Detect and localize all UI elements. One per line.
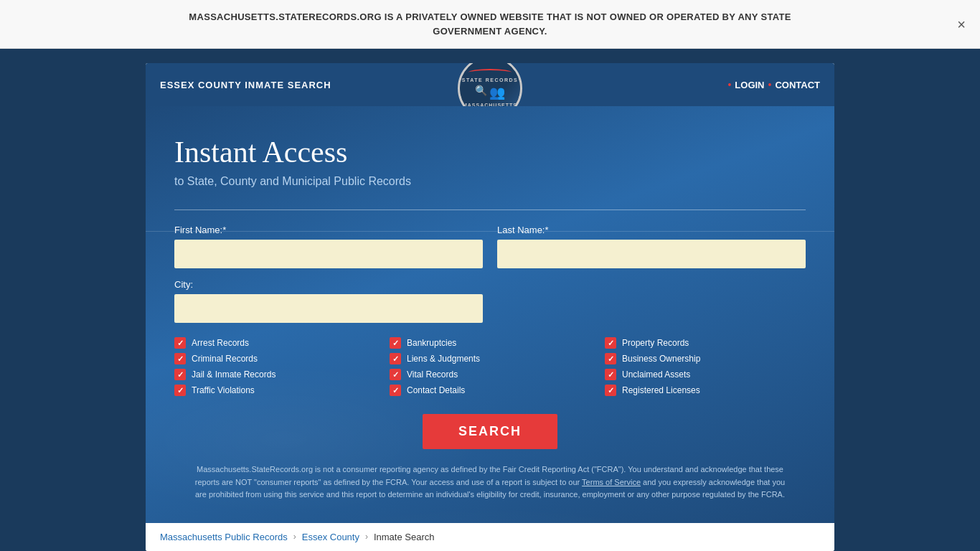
login-dot: •: [727, 79, 731, 90]
checkbox-label: Vital Records: [407, 369, 458, 380]
hero-section: Instant Access to State, County and Muni…: [146, 106, 834, 523]
close-button[interactable]: ×: [957, 16, 966, 32]
checkbox-col-1: Arrest Records Criminal Records Jail & I…: [174, 337, 375, 396]
checkbox-contact: Contact Details: [390, 385, 590, 396]
top-banner: MASSACHUSETTS.STATERECORDS.ORG IS A PRIV…: [0, 0, 980, 49]
breadcrumb-separator-1: ›: [293, 532, 296, 542]
checkbox-label: Registered Licenses: [622, 385, 700, 395]
check-icon: [174, 337, 186, 349]
checkbox-label: Traffic Violations: [192, 385, 255, 395]
checkbox-label: Bankruptcies: [407, 338, 456, 348]
header-title: ESSEX COUNTY INMATE SEARCH: [160, 80, 331, 90]
hero-title: Instant Access: [174, 135, 806, 169]
last-name-label: Last Name:*: [497, 225, 806, 235]
disclaimer: Massachusetts.StateRecords.org is not a …: [174, 463, 806, 501]
checkbox-criminal-records: Criminal Records: [174, 353, 375, 364]
people-icon: 👥: [489, 85, 505, 100]
search-icon: 🔍: [475, 85, 487, 100]
first-name-group: First Name:*: [174, 225, 483, 268]
breadcrumb-county-link[interactable]: Essex County: [302, 532, 359, 542]
checkbox-label: Jail & Inmate Records: [192, 369, 275, 380]
breadcrumb-current: Inmate Search: [374, 532, 435, 542]
contact-dot: •: [768, 79, 772, 90]
check-icon: [174, 369, 186, 380]
checkbox-licenses: Registered Licenses: [605, 385, 806, 396]
site-header: ESSEX COUNTY INMATE SEARCH STATE RECORDS…: [146, 63, 834, 106]
city-label: City:: [174, 279, 483, 290]
checkbox-jail-records: Jail & Inmate Records: [174, 369, 375, 380]
contact-link[interactable]: CONTACT: [775, 80, 820, 90]
checkbox-vital: Vital Records: [390, 369, 590, 380]
checkbox-label: Liens & Judgments: [407, 354, 480, 364]
first-name-input[interactable]: [174, 240, 483, 268]
checkbox-label: Criminal Records: [192, 354, 258, 364]
check-icon: [605, 369, 616, 380]
checkbox-liens: Liens & Judgments: [390, 353, 590, 364]
login-link[interactable]: LOGIN: [735, 80, 764, 90]
city-input[interactable]: [174, 294, 483, 323]
logo-arc: [468, 69, 512, 76]
logo-text-top: STATE RECORDS: [462, 77, 518, 83]
breadcrumb-home-link[interactable]: Massachusetts Public Records: [160, 532, 288, 542]
check-icon: [174, 353, 186, 364]
check-icon: [605, 337, 616, 349]
check-icon: [390, 385, 401, 396]
checkbox-label: Contact Details: [407, 385, 465, 395]
check-icon: [390, 369, 401, 380]
search-form: First Name:* Last Name:* City:: [174, 225, 806, 501]
banner-text: MASSACHUSETTS.STATERECORDS.ORG IS A PRIV…: [167, 10, 813, 38]
search-button[interactable]: SEARCH: [423, 414, 557, 449]
check-icon: [605, 385, 616, 396]
checkbox-label: Business Ownership: [622, 354, 700, 364]
checkbox-arrest-records: Arrest Records: [174, 337, 375, 349]
checkbox-property: Property Records: [605, 337, 806, 349]
page-body: ESSEX COUNTY INMATE SEARCH STATE RECORDS…: [0, 49, 980, 551]
check-icon: [174, 385, 186, 396]
header-nav: • LOGIN • CONTACT: [727, 79, 820, 90]
logo-icons: 🔍 👥: [475, 85, 505, 100]
breadcrumb-separator-2: ›: [365, 532, 368, 542]
search-button-wrapper: SEARCH: [174, 414, 806, 449]
checkbox-section: Arrest Records Criminal Records Jail & I…: [174, 337, 806, 396]
checkbox-unclaimed: Unclaimed Assets: [605, 369, 806, 380]
hero-subtitle: to State, County and Municipal Public Re…: [174, 175, 806, 188]
checkbox-label: Property Records: [622, 338, 689, 348]
city-row: City:: [174, 279, 806, 323]
checkbox-label: Unclaimed Assets: [622, 369, 690, 380]
check-icon: [390, 353, 401, 364]
check-icon: [605, 353, 616, 364]
check-icon: [390, 337, 401, 349]
first-name-label: First Name:*: [174, 225, 483, 235]
hero-divider: [174, 209, 806, 210]
checkbox-col-2: Bankruptcies Liens & Judgments Vital Rec…: [390, 337, 590, 396]
last-name-input[interactable]: [497, 240, 806, 268]
main-container: ESSEX COUNTY INMATE SEARCH STATE RECORDS…: [146, 63, 834, 551]
name-row: First Name:* Last Name:*: [174, 225, 806, 268]
checkbox-bankruptcies: Bankruptcies: [390, 337, 590, 349]
breadcrumb: Massachusetts Public Records › Essex Cou…: [146, 523, 834, 551]
last-name-group: Last Name:*: [497, 225, 806, 268]
terms-link[interactable]: Terms of Service: [582, 478, 641, 486]
city-group: City:: [174, 279, 483, 323]
checkbox-business: Business Ownership: [605, 353, 806, 364]
checkbox-col-3: Property Records Business Ownership Uncl…: [605, 337, 806, 396]
checkbox-traffic: Traffic Violations: [174, 385, 375, 396]
checkbox-label: Arrest Records: [192, 338, 249, 348]
